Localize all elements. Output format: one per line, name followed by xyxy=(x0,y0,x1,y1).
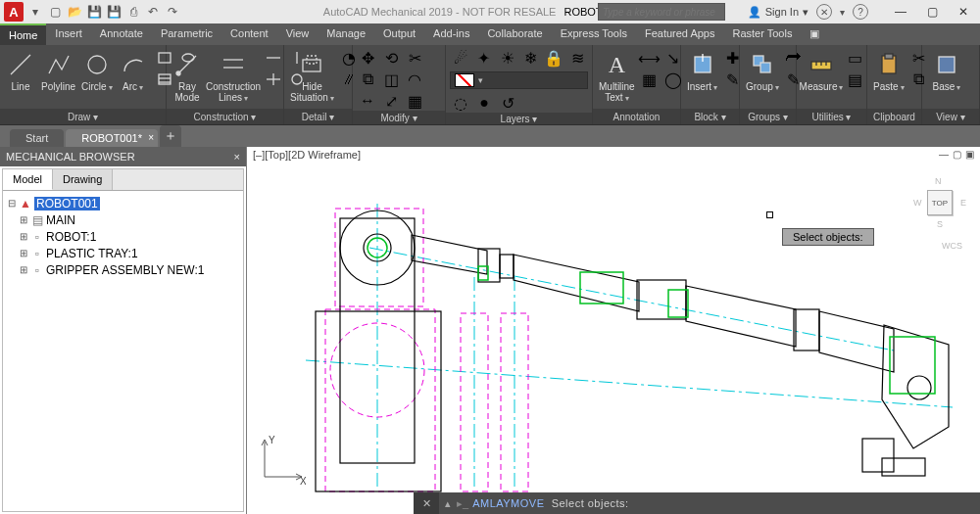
file-tab-add-button[interactable]: ＋ xyxy=(160,125,181,147)
group-button[interactable]: Group xyxy=(744,48,781,95)
ribbon-tab-parametric[interactable]: Parametric xyxy=(152,23,221,45)
vp-minimize-icon[interactable]: — xyxy=(939,149,949,160)
qat-menu-icon[interactable]: ▾ xyxy=(27,4,43,20)
vp-close-icon[interactable]: ▣ xyxy=(965,149,974,160)
ribbon-tab-focus-icon[interactable]: ▣ xyxy=(801,23,828,45)
tree-expand-icon[interactable]: ⊞ xyxy=(19,214,28,225)
move-icon[interactable]: ✥ xyxy=(357,48,378,68)
layer-color-dropdown[interactable]: ▾ xyxy=(450,71,588,89)
panel-block-label[interactable]: Block ▾ xyxy=(681,109,739,124)
keyword-search-input[interactable] xyxy=(598,3,725,21)
dimension-icon[interactable]: ⟷ xyxy=(639,48,661,68)
ribbon-tab-express[interactable]: Express Tools xyxy=(552,23,636,45)
layer-freeze-icon[interactable]: ❄ xyxy=(519,48,541,68)
mtext-button[interactable]: A Multiline Text xyxy=(597,48,637,106)
mechanical-browser-titlebar[interactable]: MECHANICAL BROWSER × xyxy=(0,147,246,166)
fillet-icon[interactable]: ◠ xyxy=(404,70,425,89)
ribbon-tab-output[interactable]: Output xyxy=(374,23,424,45)
app-logo[interactable]: A xyxy=(4,2,24,22)
layer-off-icon[interactable]: ◌ xyxy=(450,93,471,113)
tree-node-root[interactable]: ⊟ ▲ ROBOT001 xyxy=(7,195,239,211)
window-minimize-button[interactable]: — xyxy=(888,3,913,21)
scale-icon[interactable]: ⤢ xyxy=(380,91,402,111)
qat-undo-icon[interactable]: ↶ xyxy=(145,4,161,20)
layer-prev-icon[interactable]: ↺ xyxy=(497,93,518,113)
panel-draw-label[interactable]: Draw ▾ xyxy=(0,109,166,124)
panel-view-label[interactable]: View ▾ xyxy=(922,109,979,124)
panel-modify-label[interactable]: Modify ▾ xyxy=(353,111,445,124)
qat-plot-icon[interactable]: ⎙ xyxy=(125,4,141,20)
ribbon-tab-manage[interactable]: Manage xyxy=(318,23,374,45)
help-dropdown-icon[interactable]: ▾ xyxy=(840,7,845,18)
layer-prop-icon[interactable]: ☄ xyxy=(450,48,471,68)
line-button[interactable]: Line xyxy=(4,48,37,94)
insert-button[interactable]: Insert xyxy=(685,48,719,95)
panel-detail-label[interactable]: Detail ▾ xyxy=(284,109,352,124)
file-tab-current[interactable]: ROBOT001* × xyxy=(66,129,158,147)
file-tab-close-icon[interactable]: × xyxy=(148,132,154,143)
ribbon-tab-content[interactable]: Content xyxy=(221,23,277,45)
help-icon[interactable]: ? xyxy=(853,4,868,20)
vp-restore-icon[interactable]: ▢ xyxy=(953,149,961,160)
ribbon-tab-annotate[interactable]: Annotate xyxy=(91,23,152,45)
cline-cross-icon[interactable] xyxy=(263,70,284,89)
tree-node[interactable]: ⊞ ▫ ROBOT:1 xyxy=(7,228,239,245)
array-icon[interactable]: ▦ xyxy=(404,91,425,111)
tree-expand-icon[interactable]: ⊟ xyxy=(7,198,17,209)
panel-annotation-label[interactable]: Annotation xyxy=(593,109,680,124)
circle-button[interactable]: Circle xyxy=(79,48,115,95)
drawing-viewport[interactable]: [–][Top][2D Wireframe] — ▢ ▣ N S E W TOP… xyxy=(247,147,980,514)
polyline-button[interactable]: Polyline xyxy=(39,48,77,94)
layer-on-icon[interactable]: ● xyxy=(473,93,495,113)
command-history-icon[interactable]: ▴ xyxy=(439,497,457,510)
panel-groups-label[interactable]: Groups ▾ xyxy=(740,109,796,124)
trim-icon[interactable]: ✂ xyxy=(404,48,425,68)
ribbon-tab-insert[interactable]: Insert xyxy=(46,23,91,45)
window-close-button[interactable]: ✕ xyxy=(951,3,976,21)
window-maximize-button[interactable]: ▢ xyxy=(919,3,945,21)
copy-icon[interactable]: ⧉ xyxy=(357,70,378,89)
tree-expand-icon[interactable]: ⊞ xyxy=(19,248,28,258)
ucs-icon[interactable]: Y X xyxy=(257,436,306,485)
ribbon-tab-featured[interactable]: Featured Apps xyxy=(636,23,724,45)
arc-button[interactable]: Arc xyxy=(117,48,150,95)
construction-lines-button[interactable]: Construction Lines xyxy=(206,48,261,106)
ribbon-tab-raster[interactable]: Raster Tools xyxy=(723,23,801,45)
ray-mode-button[interactable]: Ray Mode xyxy=(171,48,204,105)
tree-expand-icon[interactable]: ⊞ xyxy=(19,264,28,275)
qat-save-icon[interactable]: 💾 xyxy=(86,4,102,20)
layer-match-icon[interactable]: ≋ xyxy=(566,48,588,68)
qat-open-icon[interactable]: 📂 xyxy=(67,4,82,20)
ribbon-tab-addins[interactable]: Add-ins xyxy=(424,23,478,45)
browser-tab-drawing[interactable]: Drawing xyxy=(53,169,113,190)
panel-utilities-label[interactable]: Utilities ▾ xyxy=(797,109,866,124)
rotate-icon[interactable]: ⟲ xyxy=(380,48,402,68)
qat-new-icon[interactable]: ▢ xyxy=(47,4,63,20)
qat-redo-icon[interactable]: ↷ xyxy=(165,4,180,20)
layer-iso-icon[interactable]: ☀ xyxy=(497,48,518,68)
panel-close-icon[interactable]: × xyxy=(234,151,240,163)
cline-h-icon[interactable] xyxy=(263,48,284,68)
model-tree[interactable]: ⊟ ▲ ROBOT001 ⊞ ▤ MAIN ⊞ ▫ ROBOT:1 ⊞ ▫ xyxy=(3,191,243,511)
browser-tab-model[interactable]: Model xyxy=(3,169,53,190)
ribbon-tab-collaborate[interactable]: Collaborate xyxy=(478,23,551,45)
hide-situation-button[interactable]: Hide Situation xyxy=(288,48,336,106)
tree-node[interactable]: ⊞ ▫ PLASTIC TRAY:1 xyxy=(7,245,239,261)
measure-button[interactable]: Measure xyxy=(801,48,842,95)
ribbon-tab-home[interactable]: Home xyxy=(0,23,46,45)
select-icon[interactable]: ▭ xyxy=(844,48,865,68)
qat-saveas-icon[interactable]: 💾 xyxy=(106,4,122,20)
paste-button[interactable]: Paste xyxy=(871,48,906,95)
file-tab-start[interactable]: Start xyxy=(10,129,64,147)
exchange-icon[interactable]: ✕ xyxy=(816,4,832,20)
stretch-icon[interactable]: ↔ xyxy=(357,91,378,111)
drawing-canvas[interactable] xyxy=(247,164,980,492)
tree-expand-icon[interactable]: ⊞ xyxy=(19,231,28,242)
panel-clipboard-label[interactable]: Clipboard xyxy=(867,109,921,124)
ribbon-tab-view[interactable]: View xyxy=(277,23,318,45)
tree-node[interactable]: ⊞ ▫ GRIPPER ASSEMBLY NEW:1 xyxy=(7,261,239,278)
command-line[interactable]: ✕ ▴ ▸_ AMLAYMOVE Select objects: xyxy=(414,492,980,514)
viewport-label[interactable]: [–][Top][2D Wireframe] xyxy=(253,149,361,161)
tree-node[interactable]: ⊞ ▤ MAIN xyxy=(7,211,239,228)
sign-in-button[interactable]: 👤 Sign In ▾ xyxy=(748,6,808,19)
